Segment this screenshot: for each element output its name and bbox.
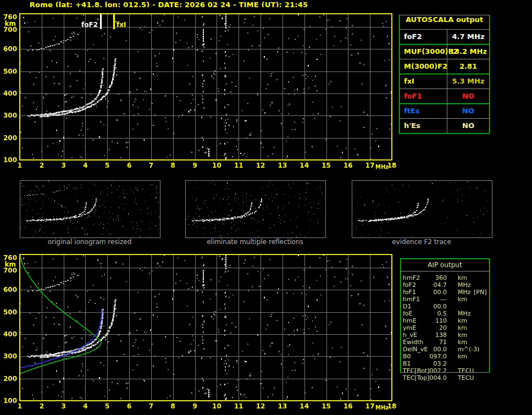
param-unit: km [458, 317, 467, 324]
param-value: 00.0 [414, 289, 447, 296]
thumbnail-caption-original: original ionogram resized [19, 238, 160, 246]
aip-output-table: AIP output hmF2360kmfoF204.7MHzfoF100.0M… [400, 259, 490, 381]
param-value: 04.7 [414, 281, 447, 289]
autoscala-screen: Rome (lat: +41.8, lon: 012.5) - DATE: 20… [0, 0, 532, 415]
bottom-ionogram-profile-plot [0, 247, 401, 415]
param-value: 4.7 MHz [447, 30, 489, 44]
param-value: 0.5 [414, 310, 447, 317]
param-label: foE [403, 310, 413, 317]
param-unit: TECU [458, 374, 474, 381]
thumbnail-f2-trace-evidence [352, 180, 492, 238]
aip-table-header: AIP output [400, 259, 490, 272]
param-label: foF2 [400, 30, 447, 44]
param-unit: MHz [458, 289, 471, 296]
param-value: 13.2 MHz [447, 45, 489, 59]
aip-row: B0097.0km [400, 353, 490, 360]
autoscala-table-header: AUTOSCALA output [400, 15, 489, 30]
autoscala-row: MUF(3000)F213.2 MHz [400, 45, 489, 59]
param-unit: km [458, 353, 467, 360]
param-value: 2.81 [447, 59, 489, 74]
param-label: h'Es [400, 119, 447, 133]
param-label: D1 [403, 303, 411, 310]
param-value: 002.2 [414, 367, 447, 374]
param-value: 138 [414, 331, 447, 339]
autoscala-row: foF1NO [400, 89, 489, 104]
aip-row: hmF1---km [400, 296, 490, 303]
param-value: 00.0 [414, 303, 447, 310]
param-value: NO [447, 89, 489, 103]
aip-row: TEC[Top]004.0TECU [400, 374, 490, 381]
param-value: 360 [414, 274, 447, 281]
autoscala-output-table: AUTOSCALA output foF24.7 MHzMUF(3000)F21… [399, 15, 490, 134]
thumbnail-multiple-reflections-removed [185, 180, 326, 238]
aip-row: D100.0 [400, 303, 490, 310]
param-unit: km [458, 324, 467, 331]
param-label: B0 [403, 353, 411, 360]
aip-row: Ewidth71km [400, 339, 490, 346]
param-label: M(3000)F2 [400, 59, 447, 74]
aip-row: foE0.5MHz [400, 310, 490, 317]
param-value: 097.0 [414, 353, 447, 360]
param-label: fxI [400, 74, 447, 88]
param-value: 20 [414, 324, 447, 331]
autoscala-row: fxI5.3 MHz [400, 74, 489, 89]
autoscala-table-rows: foF24.7 MHzMUF(3000)F213.2 MHzM(3000)F22… [400, 30, 489, 133]
param-unit: MHz [458, 281, 471, 289]
param-value: NO [447, 119, 489, 133]
param-unit: m^(-3) [458, 346, 479, 353]
param-label: B1 [403, 360, 411, 367]
aip-row: DelN_vE00.0m^(-3) [400, 346, 490, 353]
autoscala-row: foF24.7 MHz [400, 30, 489, 45]
autoscala-row: M(3000)F22.81 [400, 59, 489, 74]
param-unit: MHz [458, 310, 471, 317]
param-value: 5.3 MHz [447, 74, 489, 88]
param-value: --- [414, 296, 447, 303]
thumbnail-original-ionogram [20, 180, 160, 238]
param-unit: km [458, 339, 467, 346]
param-label: MUF(3000)F2 [400, 45, 447, 59]
param-value: 004.0 [414, 374, 447, 381]
param-unit: km [458, 331, 467, 339]
param-unit: km [458, 296, 467, 303]
aip-row: foF100.0MHz[PN] [400, 289, 490, 296]
autoscala-row: ftEsNO [400, 104, 489, 119]
param-value: 71 [414, 339, 447, 346]
param-unit: km [458, 274, 467, 281]
aip-row: TEC[Bot]002.2TECU [400, 367, 490, 374]
param-value: 110 [414, 317, 447, 324]
aip-row: ymE20km [400, 324, 490, 331]
param-value: 03.2 [414, 360, 447, 367]
param-label: foF1 [400, 89, 447, 103]
param-value: 00.0 [414, 346, 447, 353]
aip-row: foF204.7MHz [400, 281, 490, 289]
aip-row: hmF2360km [400, 274, 490, 281]
aip-table-rows: hmF2360kmfoF204.7MHzfoF100.0MHz[PN]hmF1-… [400, 274, 490, 381]
aip-row: hmE110km [400, 317, 490, 324]
autoscala-row: h'EsNO [400, 119, 489, 133]
thumbnail-caption-f2trace: evidence F2 trace [351, 238, 492, 246]
aip-row: h_vE138km [400, 331, 490, 339]
top-ionogram-plot [0, 7, 401, 178]
param-flag: [PN] [474, 289, 486, 296]
thumbnail-caption-reflections: eliminate multiple reflections [185, 238, 325, 246]
param-value: NO [447, 104, 489, 118]
aip-row: B103.2 [400, 360, 490, 367]
param-label: ftEs [400, 104, 447, 118]
param-unit: TECU [458, 367, 474, 374]
